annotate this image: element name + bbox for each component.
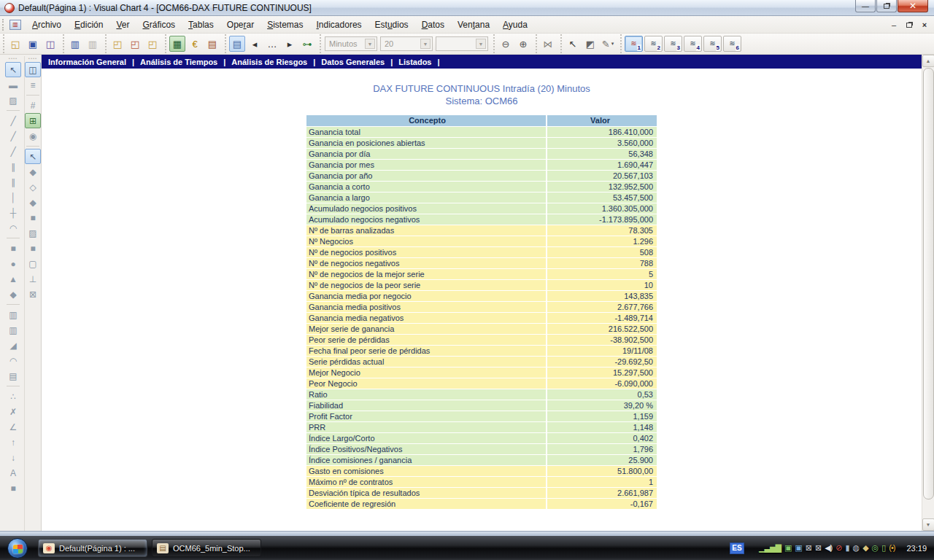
next-page-icon-button[interactable]: ▸ bbox=[282, 36, 298, 52]
chart-page-6-button[interactable]: ≋6 bbox=[723, 36, 741, 52]
chart-page-4-button[interactable]: ≋4 bbox=[684, 36, 702, 52]
nav-tab-analisis-de-tiempos[interactable]: Análisis de Tiempos bbox=[137, 58, 220, 66]
chart-page-3-button[interactable]: ≋3 bbox=[664, 36, 682, 52]
menu-estudios[interactable]: Estudios bbox=[368, 18, 415, 32]
chart-page-1-button[interactable]: ≋1 bbox=[625, 36, 643, 52]
menu-graficos[interactable]: Gráficos bbox=[136, 18, 182, 32]
fibo-retracement-tool-button[interactable]: ▥ bbox=[5, 307, 21, 322]
highlight-pen-icon-button[interactable]: ✎▾ bbox=[600, 36, 616, 52]
diamond-tool-button[interactable]: ◆ bbox=[25, 164, 41, 179]
menu-datos[interactable]: Datos bbox=[415, 18, 451, 32]
periods-combo[interactable]: 20▼ bbox=[380, 36, 433, 51]
language-indicator[interactable]: ES bbox=[730, 542, 744, 554]
parallel-lines-tool-button[interactable]: ∥ bbox=[5, 174, 21, 190]
menu-sistemas[interactable]: Sistemas bbox=[260, 18, 309, 32]
chart-window-folder-icon-button[interactable]: ◰ bbox=[144, 36, 161, 52]
network-disconnected2-icon[interactable]: ⊠ bbox=[815, 544, 821, 552]
restore-button[interactable] bbox=[876, 0, 897, 12]
prev-page-icon-button[interactable]: ◂ bbox=[247, 36, 263, 52]
object-links-icon-button[interactable]: ⊶ bbox=[299, 36, 315, 52]
close-button[interactable]: ✕ bbox=[898, 0, 928, 12]
display-icon[interactable]: ▣ bbox=[795, 544, 801, 552]
wireless-signal-icon[interactable]: (•) bbox=[889, 544, 895, 552]
menu-ver[interactable]: Ver bbox=[109, 18, 136, 32]
command-box-tool-button[interactable]: ▢ bbox=[25, 256, 41, 271]
curve-tool-button[interactable]: ◠ bbox=[5, 220, 21, 236]
ray-line-tool-button[interactable]: ╱ bbox=[5, 144, 21, 159]
bar-chart-icon-button[interactable]: ▥ bbox=[67, 36, 83, 52]
toolbox-grip[interactable]: •••• bbox=[28, 56, 37, 62]
menu-archivo[interactable]: Archivo bbox=[26, 18, 68, 32]
taskbar-button-default-pagina-1[interactable]: ◉Default(Página 1) : ... bbox=[38, 539, 147, 557]
usb-device-icon[interactable]: ▮ bbox=[845, 544, 849, 552]
menu-ventana[interactable]: Ventana bbox=[451, 18, 496, 32]
gray-rect-tool-button[interactable]: ■ bbox=[25, 210, 41, 225]
notes-tool-button[interactable]: ▤ bbox=[5, 368, 21, 384]
menu-operar[interactable]: Operar bbox=[220, 18, 260, 32]
chart-page-2-button[interactable]: ≋2 bbox=[644, 36, 663, 52]
save-icon-button[interactable]: ▣ bbox=[25, 36, 41, 52]
menu-ayuda[interactable]: Ayuda bbox=[496, 18, 534, 32]
toolbox-grip[interactable]: •••• bbox=[9, 56, 18, 62]
menu-edicion[interactable]: Edición bbox=[68, 18, 109, 32]
fibo-arcs-tool-button[interactable]: ◠ bbox=[5, 353, 21, 368]
extra-combo[interactable]: ▼ bbox=[436, 36, 488, 51]
diamond-flat-tool-button[interactable]: ◆ bbox=[25, 195, 41, 210]
chart-flag-folder-icon-button[interactable]: ◰ bbox=[127, 36, 143, 52]
menu-tablas[interactable]: Tablas bbox=[182, 18, 220, 32]
zoom-out-icon-button[interactable]: ⊖ bbox=[498, 36, 514, 52]
new-chart-folder-icon-button[interactable]: ◰ bbox=[109, 36, 126, 52]
volume-icon[interactable]: ◀) bbox=[825, 544, 832, 552]
properties-icon-button[interactable]: ▤ bbox=[229, 36, 245, 52]
child-minimize-button[interactable]: – bbox=[889, 20, 899, 29]
menu-indicadores[interactable]: Indicadores bbox=[310, 18, 368, 32]
bar-chart-disabled-icon-button[interactable]: ▥ bbox=[85, 36, 101, 52]
performance-icon[interactable]: ▯ bbox=[881, 544, 885, 552]
pointer-icon-button[interactable]: ↖ bbox=[565, 36, 581, 52]
arrow-up-tool-button[interactable]: ↑ bbox=[5, 435, 21, 450]
network-disconnected-icon[interactable]: ⊠ bbox=[806, 544, 811, 552]
steam-icon[interactable]: ◍ bbox=[853, 544, 860, 552]
save-workspace-icon-button[interactable]: ◫ bbox=[42, 36, 58, 52]
wireless-display-icon[interactable]: ▣ bbox=[784, 544, 791, 552]
modify-tool-button[interactable]: ↖ bbox=[25, 149, 41, 164]
send-chart-tool-button[interactable]: ◉ bbox=[25, 128, 41, 144]
fibo-time-zones-tool-button[interactable]: ▥ bbox=[5, 322, 21, 338]
angle-tool-button[interactable]: ∠ bbox=[5, 419, 21, 435]
nav-tab-informacion-general[interactable]: Información General bbox=[45, 58, 129, 66]
open-file-icon-button[interactable]: ◱ bbox=[7, 36, 23, 52]
calendar-edit-icon-button[interactable]: ▤ bbox=[204, 36, 220, 52]
channel-tool-button[interactable]: ∥ bbox=[5, 159, 21, 174]
delete-box-tool-button[interactable]: ⊠ bbox=[25, 287, 41, 302]
fill-color-tool-button[interactable]: ■ bbox=[5, 481, 21, 496]
key-euro-icon-button[interactable]: € bbox=[187, 36, 203, 52]
trend-segment-tool-button[interactable]: ╱ bbox=[5, 128, 21, 144]
nav-tab-analisis-de-riesgos[interactable]: Análisis de Riesgos bbox=[228, 58, 310, 66]
menubar-grip[interactable] bbox=[2, 19, 6, 31]
taskbar-clock[interactable]: 23:19 bbox=[906, 544, 927, 553]
scroll-down-icon[interactable]: ▼ bbox=[922, 518, 934, 531]
layout-frame-tool-button[interactable]: ◫ bbox=[25, 62, 41, 77]
vertical-line-tool-button[interactable]: │ bbox=[5, 190, 21, 205]
compression-combo[interactable]: Minutos▼ bbox=[325, 36, 377, 51]
vertical-scrollbar[interactable]: ▲ ▼ bbox=[922, 55, 934, 531]
triangle-tool-button[interactable]: ▲ bbox=[5, 271, 21, 287]
child-restore-button[interactable] bbox=[906, 23, 912, 28]
nav-tab-listados[interactable]: Listados bbox=[395, 58, 434, 66]
trend-line-tool-button[interactable]: ╱ bbox=[5, 113, 21, 128]
objects-manager-tool-button[interactable]: ⊞ bbox=[25, 113, 41, 128]
sync-alert-icon[interactable]: ⊘ bbox=[835, 544, 841, 552]
more-pages-icon-button[interactable]: … bbox=[264, 36, 280, 52]
dark-rect-tool-button[interactable]: ■ bbox=[25, 241, 41, 256]
pattern-rect2-tool-button[interactable]: ▨ bbox=[25, 225, 41, 241]
hide-crosses-icon-button[interactable]: ⋈ bbox=[540, 36, 556, 52]
rectangle-tool-button[interactable]: ■ bbox=[5, 241, 21, 256]
text-tool-button[interactable]: A bbox=[5, 465, 21, 481]
fibo-fan-tool-button[interactable]: ◢ bbox=[5, 338, 21, 353]
child-close-button[interactable]: × bbox=[919, 20, 930, 29]
pin-bar-tool-button[interactable]: ▬ bbox=[5, 77, 21, 93]
scrollbar-thumb[interactable] bbox=[923, 68, 934, 499]
arrow-down-tool-button[interactable]: ↓ bbox=[5, 450, 21, 465]
signal-strength-icon[interactable]: ▁▃▅▇ bbox=[759, 544, 781, 552]
pointer-tool-button[interactable]: ↖ bbox=[5, 62, 21, 77]
